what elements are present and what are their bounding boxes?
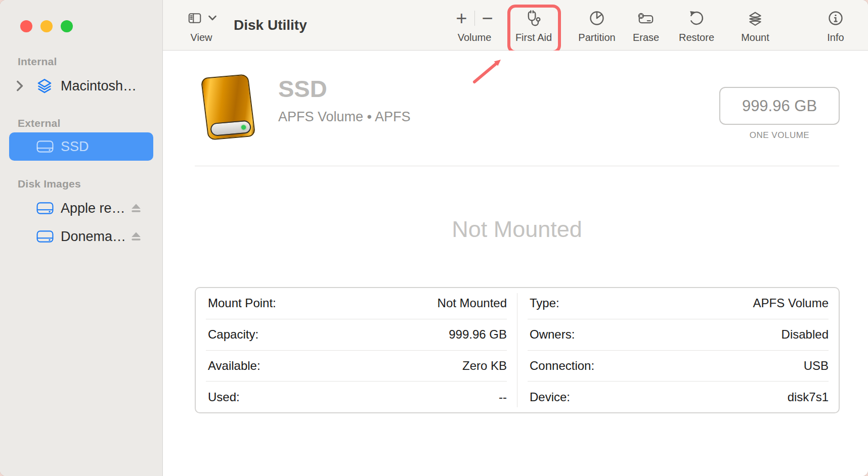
- drive-icon: [36, 139, 54, 154]
- details-right-column: Type: APFS Volume Owners: Disabled Conne…: [517, 288, 839, 412]
- detail-value: USB: [804, 359, 829, 373]
- volume-label: Volume: [442, 32, 507, 43]
- view-button-label: View: [181, 32, 222, 43]
- remove-volume-button[interactable]: −: [482, 9, 493, 27]
- chevron-down-icon: [208, 15, 216, 21]
- window-controls: [20, 20, 73, 32]
- sidebar-item-label: Apple re…: [61, 201, 125, 216]
- drive-led: [241, 125, 246, 130]
- toolbar: View Disk Utility + − Volume First A: [163, 0, 868, 51]
- mount-stack-icon: [722, 8, 788, 28]
- sidebar-item-donema[interactable]: Donema…: [9, 225, 153, 248]
- volume-button-group: + − Volume: [442, 8, 507, 43]
- detail-label: Available:: [206, 359, 261, 373]
- mount-label: Mount: [722, 32, 788, 43]
- external-drive-icon: [197, 74, 260, 142]
- eject-icon[interactable]: [130, 230, 142, 243]
- detail-label: Capacity:: [206, 327, 258, 342]
- detail-value: Not Mounted: [438, 296, 507, 310]
- sidebar-section-internal: Internal: [18, 56, 57, 68]
- detail-value: --: [499, 390, 507, 404]
- sidebar-section-external: External: [18, 117, 60, 129]
- sidebar-item-apple-re[interactable]: Apple re…: [9, 197, 153, 219]
- header-separator: [195, 166, 839, 166]
- stethoscope-icon: [501, 8, 567, 28]
- detail-row-used: Used: --: [206, 382, 507, 412]
- size-badge: 999.96 GB: [719, 87, 840, 125]
- close-window-button[interactable]: [20, 20, 32, 32]
- first-aid-label: First Aid: [501, 32, 567, 43]
- main-content: SSD APFS Volume • APFS 999.96 GB ONE VOL…: [163, 51, 868, 476]
- first-aid-button[interactable]: First Aid: [501, 8, 567, 43]
- details-table: Mount Point: Not Mounted Capacity: 999.9…: [195, 287, 840, 413]
- restore-label: Restore: [664, 32, 729, 43]
- detail-label: Type:: [528, 296, 559, 310]
- detail-label: Mount Point:: [206, 296, 276, 310]
- sidebar-item-label: SSD: [61, 139, 89, 155]
- sidebar-item-label: Donema…: [61, 229, 126, 245]
- size-caption: ONE VOLUME: [719, 130, 840, 140]
- detail-value: disk7s1: [788, 390, 829, 404]
- sidebar: Internal Macintosh… External: [0, 0, 163, 476]
- eject-icon[interactable]: [130, 202, 142, 214]
- detail-row-connection: Connection: USB: [528, 351, 829, 382]
- volume-name: SSD: [278, 75, 327, 103]
- volume-subtitle: APFS Volume • APFS: [278, 109, 411, 125]
- detail-row-owners: Owners: Disabled: [528, 319, 829, 351]
- chevron-right-icon[interactable]: [16, 80, 27, 91]
- info-button[interactable]: Info: [803, 8, 868, 43]
- disk-utility-window: Internal Macintosh… External: [0, 0, 868, 476]
- add-volume-button[interactable]: +: [456, 9, 467, 27]
- restore-arrow-icon: [664, 8, 729, 28]
- sidebar-item-ssd[interactable]: SSD: [9, 132, 153, 161]
- view-button[interactable]: View: [181, 8, 222, 43]
- drive-icon: [36, 229, 54, 244]
- detail-label: Owners:: [528, 327, 575, 342]
- mount-button[interactable]: Mount: [722, 8, 788, 43]
- info-label: Info: [803, 32, 868, 43]
- restore-button[interactable]: Restore: [664, 8, 729, 43]
- window-title: Disk Utility: [234, 0, 307, 51]
- sidebar-section-disk-images: Disk Images: [18, 178, 81, 190]
- sidebar-item-label: Macintosh…: [61, 78, 137, 94]
- detail-row-available: Available: Zero KB: [206, 351, 507, 382]
- detail-label: Used:: [206, 390, 240, 404]
- minimize-window-button[interactable]: [40, 20, 53, 32]
- info-circle-icon: [803, 8, 868, 28]
- drive-icon: [36, 201, 54, 215]
- detail-row-capacity: Capacity: 999.96 GB: [206, 319, 507, 351]
- detail-label: Device:: [528, 390, 570, 404]
- detail-value: Zero KB: [462, 359, 507, 373]
- detail-row-type: Type: APFS Volume: [528, 288, 829, 319]
- detail-row-mount-point: Mount Point: Not Mounted: [206, 288, 507, 319]
- annotation-arrow: [460, 53, 516, 91]
- sidebar-toggle-icon: [186, 11, 203, 26]
- zoom-window-button[interactable]: [61, 20, 73, 32]
- toolbar-divider: [474, 11, 475, 26]
- details-left-column: Mount Point: Not Mounted Capacity: 999.9…: [196, 288, 517, 412]
- layers-icon: [36, 78, 54, 94]
- detail-label: Connection:: [528, 359, 594, 373]
- detail-value: 999.96 GB: [449, 327, 507, 342]
- detail-row-device: Device: disk7s1: [528, 382, 829, 412]
- mount-status: Not Mounted: [195, 216, 839, 243]
- sidebar-item-macintosh[interactable]: Macintosh…: [9, 75, 153, 97]
- detail-value: Disabled: [782, 327, 829, 342]
- detail-value: APFS Volume: [753, 296, 829, 310]
